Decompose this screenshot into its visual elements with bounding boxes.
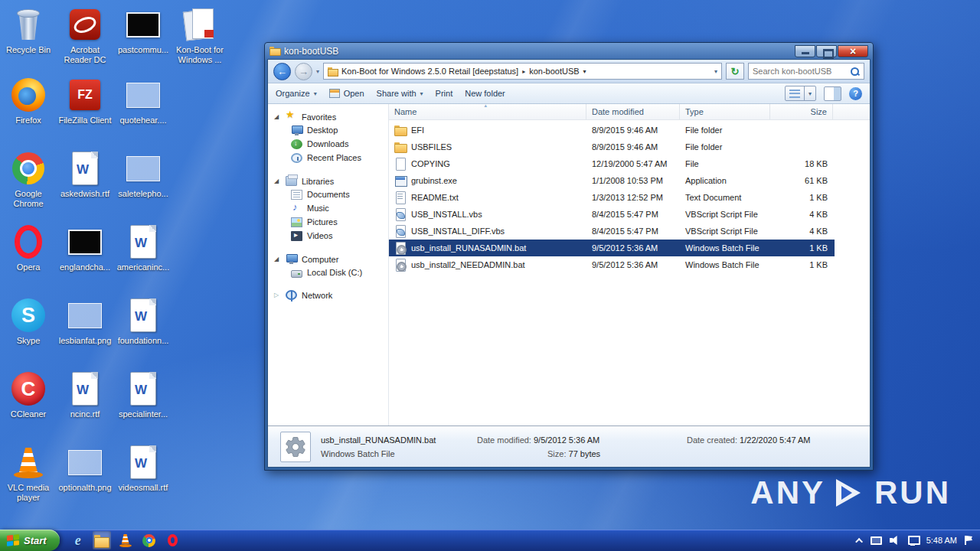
breadcrumb[interactable]: Kon-Boot for Windows 2.5.0 Retail [deeps… <box>323 63 722 80</box>
view-list-icon <box>786 86 804 100</box>
share-with-button[interactable]: Share with <box>377 89 423 98</box>
taskbar-opera-button[interactable] <box>164 531 182 549</box>
desktop-icon-vlc[interactable]: VLC media player <box>0 444 57 503</box>
refresh-button[interactable] <box>726 63 744 80</box>
expand-triangle-icon[interactable] <box>274 178 281 184</box>
share-with-label: Share with <box>377 89 416 98</box>
window-title: kon-bootUSB <box>284 46 791 57</box>
file-row-readme-txt[interactable]: README.txt 1/3/2013 12:52 PM Text Docume… <box>389 189 835 206</box>
taskbar-chrome-button[interactable] <box>140 531 158 549</box>
desktop-icon-firefox[interactable]: Firefox <box>0 77 57 126</box>
desktop-icon-americaninc[interactable]: americaninc... <box>115 223 172 272</box>
desktop-icon-pastcommu[interactable]: pastcommu... <box>115 6 172 55</box>
column-header-type[interactable]: Type <box>680 104 770 119</box>
desktop-icon-saletelepho[interactable]: saletelepho... <box>115 150 172 199</box>
maximize-button[interactable] <box>816 45 837 57</box>
desktop-icon-acrobat[interactable]: Acrobat Reader DC <box>57 6 113 65</box>
desktop-icon-ncinc-rtf[interactable]: ncinc.rtf <box>57 370 113 419</box>
file-row-usbfiles[interactable]: USBFILES 8/9/2015 9:46 AM File folder <box>389 139 835 155</box>
sidebar-item-documents[interactable]: Documents <box>268 187 388 201</box>
start-button[interactable]: Start <box>0 530 60 551</box>
nav-group-favorites[interactable]: Favorites <box>268 110 388 123</box>
sidebar-item-pictures[interactable]: Pictures <box>268 215 388 229</box>
print-button[interactable]: Print <box>436 89 453 98</box>
taskbar-internet-explorer-button[interactable] <box>69 531 87 549</box>
desktop-icon-google-chrome[interactable]: Google Chrome <box>0 150 57 209</box>
desktop-icon-lesbianfat-png[interactable]: lesbianfat.png <box>57 297 113 346</box>
sidebar-item-local-disk-c[interactable]: Local Disk (C:) <box>268 266 388 279</box>
minimize-button[interactable] <box>795 45 815 57</box>
desktop-icon-foundationn[interactable]: foundationn... <box>115 297 172 346</box>
recent-pages-dropdown-icon[interactable] <box>316 68 319 75</box>
taskbar-explorer-button[interactable] <box>93 531 111 549</box>
display-tray-icon[interactable] <box>871 536 882 545</box>
help-button[interactable] <box>849 87 862 100</box>
breadcrumb-dropdown-icon[interactable] <box>583 68 586 75</box>
close-button[interactable] <box>838 45 868 57</box>
desktop-icon-kon-boot[interactable]: Kon-Boot for Windows ... <box>172 6 228 65</box>
breadcrumb-root[interactable]: Kon-Boot for Windows 2.5.0 Retail [deeps… <box>341 67 518 76</box>
volume-tray-icon[interactable] <box>890 536 900 545</box>
sidebar-item-music[interactable]: Music <box>268 201 388 215</box>
desktop-icon-ccleaner[interactable]: CCleaner <box>0 370 57 419</box>
file-row-efi[interactable]: EFI 8/9/2015 9:46 AM File folder <box>389 122 835 139</box>
forward-button[interactable] <box>295 63 312 80</box>
nav-group-libraries[interactable]: Libraries <box>268 174 388 187</box>
nav-group-computer[interactable]: Computer <box>268 253 388 266</box>
selected-file-large-icon <box>280 432 311 462</box>
expand-triangle-icon[interactable] <box>274 256 281 262</box>
search-input[interactable] <box>753 67 847 76</box>
show-hidden-icons-chevron[interactable] <box>855 537 863 545</box>
desktop-icon-optionalth-png[interactable]: optionalth.png <box>57 444 113 493</box>
file-row-usb-install2-needadmin-bat[interactable]: usb_install2_NEEDADMIN.bat 9/5/2012 5:36… <box>389 256 835 273</box>
window-titlebar[interactable]: kon-bootUSB <box>267 43 871 59</box>
file-row-usb-install-diff-vbs[interactable]: USB_INSTALL_DIFF.vbs 8/4/2015 5:47 PM VB… <box>389 223 835 240</box>
taskbar-vlc-button[interactable] <box>116 531 135 549</box>
action-center-flag-icon[interactable] <box>965 536 972 545</box>
file-row-copying[interactable]: COPYING 12/19/2000 5:47 AM File 18 KB <box>389 155 835 172</box>
file-row-usb-install-runasadmin-bat[interactable]: usb_install_RUNASADMIN.bat 9/5/2012 5:36… <box>389 240 835 256</box>
file-row-grubinst-exe[interactable]: grubinst.exe 1/1/2008 10:53 PM Applicati… <box>389 172 835 189</box>
search-icon[interactable] <box>850 67 860 77</box>
watermark-text-any: ANY <box>750 474 825 511</box>
filezilla-icon <box>67 77 103 113</box>
file-row-usb-install-vbs[interactable]: USB_INSTALL.vbs 8/4/2015 5:47 PM VBScrip… <box>389 206 835 223</box>
back-button[interactable] <box>273 63 291 80</box>
column-header-date-modified[interactable]: Date modified <box>586 104 680 119</box>
desktop-icon-recycle-bin[interactable]: Recycle Bin <box>0 6 57 55</box>
desktop-icon-specialinter[interactable]: specialinter... <box>115 370 172 419</box>
column-header-name[interactable]: Name <box>389 104 586 119</box>
address-bar: Kon-Boot for Windows 2.5.0 Retail [deeps… <box>268 60 870 83</box>
nav-item-label: Local Disk (C:) <box>307 268 362 277</box>
taskbar-clock[interactable]: 5:48 AM <box>926 536 957 545</box>
view-dropdown-icon[interactable] <box>804 86 815 100</box>
nav-group-network[interactable]: Network <box>268 289 388 302</box>
desktop-icon-label: specialinter... <box>119 409 168 419</box>
desktop-icon-quotehear[interactable]: quotehear.... <box>115 77 172 126</box>
column-header-size[interactable]: Size <box>770 104 833 119</box>
sidebar-item-videos[interactable]: Videos <box>268 229 388 243</box>
sidebar-item-downloads[interactable]: Downloads <box>268 137 388 151</box>
desktop-icon-englandcha[interactable]: englandcha... <box>57 223 113 272</box>
breadcrumb-current[interactable]: kon-bootUSB <box>529 67 579 76</box>
organize-button[interactable]: Organize <box>276 89 317 98</box>
desktop-icon-filezilla[interactable]: FileZilla Client <box>57 77 113 126</box>
network-tray-icon[interactable] <box>908 536 919 545</box>
sidebar-item-desktop[interactable]: Desktop <box>268 123 388 137</box>
taskbar: Start 5:48 AM <box>0 530 980 551</box>
search-box[interactable] <box>748 63 864 80</box>
collapse-triangle-icon[interactable] <box>274 292 281 298</box>
details-file-name: usb_install_RUNASADMIN.bat <box>321 435 468 445</box>
desktop-icon-skype[interactable]: Skype <box>0 297 57 346</box>
open-button[interactable]: Open <box>329 89 364 98</box>
sidebar-item-recent-places[interactable]: Recent Places <box>268 151 388 165</box>
expand-triangle-icon[interactable] <box>274 113 281 120</box>
change-view-button[interactable] <box>785 86 816 101</box>
address-history-dropdown-icon[interactable] <box>714 68 717 75</box>
new-folder-button[interactable]: New folder <box>465 89 505 98</box>
network-icon <box>286 290 297 300</box>
desktop-icon-videosmall-rtf[interactable]: videosmall.rtf <box>115 444 172 493</box>
preview-pane-button[interactable] <box>824 86 841 101</box>
desktop-icon-askedwish-rtf[interactable]: askedwish.rtf <box>57 150 113 199</box>
desktop-icon-opera[interactable]: Opera <box>0 223 57 272</box>
